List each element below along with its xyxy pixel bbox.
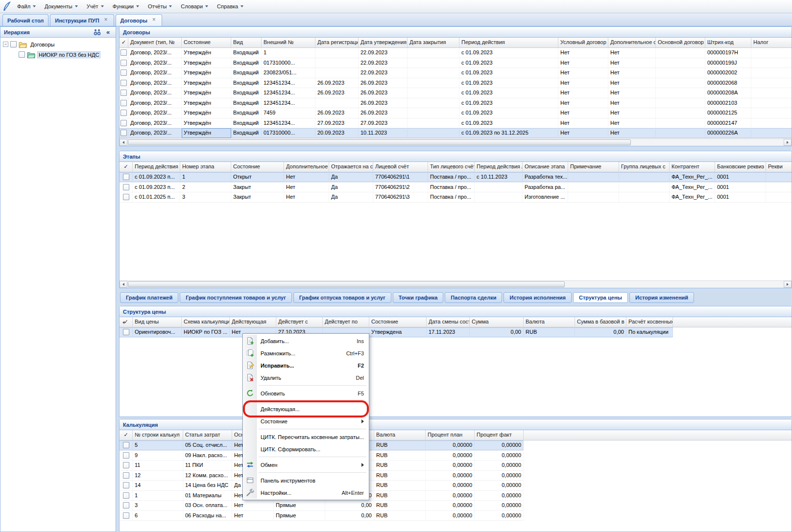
row-checkbox[interactable] (123, 502, 129, 509)
table-row[interactable]: Договор, 2023/...УтверждёнВходящий123451… (120, 98, 792, 109)
scroll-right-button[interactable] (784, 139, 792, 146)
column-header[interactable]: Внешний № (262, 38, 315, 47)
table-row[interactable]: 303 Осн. оплата...НетПрямые0,00RUB0,0000… (120, 501, 524, 511)
row-checkbox[interactable] (123, 329, 129, 335)
table-row[interactable]: Договор, 2023/...УтверждёнВходящий123451… (120, 78, 792, 89)
row-checkbox[interactable] (120, 80, 127, 86)
find-icon[interactable] (93, 28, 101, 36)
column-header[interactable]: ✓ (120, 38, 128, 47)
column-header[interactable]: Условный договор (558, 38, 608, 47)
column-header[interactable]: Основной договор (656, 38, 705, 47)
table-row[interactable]: Договор, 2023/...УтверждёнВходящий122.09… (120, 48, 792, 58)
collapse-panel-icon[interactable]: « (104, 28, 112, 36)
row-checkbox[interactable] (120, 90, 127, 96)
workspace-tab[interactable]: Договоры× (116, 14, 162, 26)
menu-item-citk-recalculate[interactable]: ЦИТК. Пересчитать косвенные затраты... (244, 431, 368, 443)
column-header[interactable]: Период действия л (475, 162, 523, 172)
row-checkbox[interactable] (120, 49, 127, 56)
column-header[interactable]: Состояние (369, 317, 427, 327)
column-header[interactable]: Расчёт косвенных (626, 317, 673, 327)
column-header[interactable]: Вид (231, 38, 262, 47)
detail-tab[interactable]: История изменений (629, 292, 694, 303)
row-checkbox[interactable] (123, 194, 129, 200)
column-header[interactable]: Контрагент (670, 162, 715, 172)
menubar-item[interactable]: Отчёты (144, 1, 176, 12)
column-header[interactable]: Лицевой счёт (373, 162, 428, 172)
menu-item-edit[interactable]: Исправить...F2 (244, 359, 368, 371)
column-header[interactable]: Процент факт (475, 430, 524, 440)
row-checkbox[interactable] (123, 492, 129, 499)
column-header[interactable]: Период действия (459, 38, 558, 47)
table-row[interactable]: Договор, 2023/...УтверждёнВходящий123451… (120, 88, 792, 98)
scroll-thumb[interactable] (128, 139, 631, 145)
menubar-item[interactable]: Учёт (82, 1, 108, 12)
column-header[interactable]: Отражается на су (329, 162, 373, 172)
column-header[interactable]: Рекви (766, 162, 792, 172)
tree-checkbox[interactable] (10, 41, 17, 47)
stages-hscrollbar[interactable] (120, 280, 792, 288)
workspace-tab[interactable]: Рабочий стол (2, 14, 48, 26)
menubar-item[interactable]: Функции (108, 1, 144, 12)
table-row[interactable]: с 01.09.2023 п...2ЗакрытНетДа7706406291\… (120, 183, 792, 193)
table-row[interactable]: Договор, 2023/...УтверждёнВходящий017310… (120, 58, 792, 69)
column-header[interactable]: Действует по (323, 317, 369, 327)
menu-item-citk-generate[interactable]: ЦИТК. Сформировать... (244, 443, 368, 455)
detail-tab[interactable]: График отпуска товаров и услуг (293, 292, 391, 303)
column-header[interactable]: Описание этапа (523, 162, 568, 172)
detail-tab[interactable]: График поступления товаров и услуг (180, 292, 291, 303)
row-checkbox[interactable] (123, 452, 129, 459)
column-header[interactable]: Состояние (231, 162, 284, 172)
column-header[interactable]: Сумма в базовой в (575, 317, 626, 327)
tree-item[interactable]: НИОКР по ГОЗ без НДС (0, 49, 116, 60)
column-header[interactable]: Дата регистрации (315, 38, 359, 47)
column-header[interactable]: Статья затрат (183, 430, 232, 440)
column-header[interactable]: Валюта (374, 430, 426, 440)
table-row[interactable]: с 01.01.2025 п...3ЗакрытНетДа7706406291\… (120, 192, 792, 203)
menubar-item[interactable]: Словари (176, 1, 213, 12)
menu-item-state[interactable]: Состояние (244, 415, 368, 427)
detail-tab[interactable]: График платежей (120, 292, 178, 303)
row-checkbox[interactable] (120, 130, 127, 136)
table-row[interactable]: Договор, 2023/...УтверждёнВходящий017310… (120, 128, 792, 139)
row-checkbox[interactable] (123, 442, 129, 448)
column-header[interactable]: Процент план (426, 430, 475, 440)
row-checkbox[interactable] (123, 482, 129, 488)
menu-item-add[interactable]: Добавить...Ins (244, 335, 368, 347)
column-header[interactable]: ✓ (120, 162, 133, 172)
scroll-left-arrow-icon[interactable] (120, 318, 126, 326)
row-checkbox[interactable] (120, 60, 127, 66)
close-icon[interactable]: × (151, 17, 157, 23)
column-header[interactable]: Дата смены состо (427, 317, 470, 327)
column-header[interactable]: Налог (751, 38, 792, 47)
column-header[interactable]: Состояние (182, 38, 231, 47)
scroll-right-button[interactable] (784, 281, 792, 288)
detail-tab[interactable]: Паспорта сделки (445, 292, 502, 303)
column-header[interactable]: Дополнительное с (284, 162, 329, 172)
menu-item-exchange[interactable]: Обмен (244, 459, 368, 471)
table-row[interactable]: 606 Расходы на...НетПрямые0,00RUB0,00000… (120, 511, 524, 521)
column-header[interactable]: Схема калькуляци (182, 317, 230, 327)
row-checkbox[interactable] (120, 69, 127, 76)
column-header[interactable]: Документ (тип, № (128, 38, 182, 47)
row-checkbox[interactable] (123, 462, 129, 468)
row-checkbox[interactable] (120, 100, 127, 106)
table-row[interactable]: Договор, 2023/...УтверждёнВходящий123451… (120, 118, 792, 129)
column-header[interactable]: Дополнительное с (608, 38, 656, 47)
scroll-left-button[interactable] (120, 139, 127, 146)
tree-collapse-icon[interactable]: − (3, 42, 8, 47)
column-header[interactable]: Номер этапа (180, 162, 231, 172)
row-checkbox[interactable] (123, 184, 129, 190)
menu-item-toolbar-toggle[interactable]: Панель инструментов (244, 474, 368, 486)
row-checkbox[interactable] (123, 472, 129, 479)
detail-tab[interactable]: Структура цены (573, 292, 628, 303)
menu-item-active-price[interactable]: Действующая... (244, 403, 368, 415)
menubar-item[interactable]: Справка (213, 1, 248, 12)
menu-item-settings[interactable]: Настройки...Alt+Enter (244, 486, 368, 499)
tree-item[interactable]: −Договоры (0, 39, 116, 49)
column-header[interactable]: Валюта (524, 317, 575, 327)
detail-tab[interactable]: История исполнения (504, 292, 572, 303)
menu-item-refresh[interactable]: ОбновитьF5 (244, 387, 368, 399)
workspace-tab[interactable]: Инструкции ПУП× (50, 14, 114, 26)
table-row[interactable]: Договор, 2023/...УтверждёнВходящий745926… (120, 108, 792, 118)
menu-item-delete[interactable]: УдалитьDel (244, 371, 368, 384)
